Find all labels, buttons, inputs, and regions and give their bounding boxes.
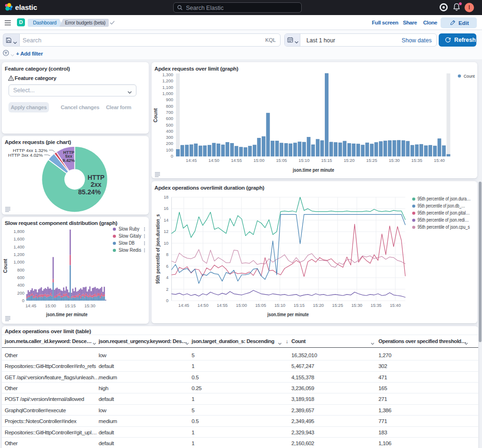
svg-text:95th percentile of json.durati: 95th percentile of json.duration_s	[155, 214, 161, 284]
svg-text:300: 300	[166, 135, 173, 140]
svg-text:1,000: 1,000	[14, 260, 24, 264]
svg-text:12: 12	[164, 229, 169, 234]
svg-text:100: 100	[166, 148, 173, 152]
svg-text:15:10: 15:10	[274, 303, 285, 308]
svg-text:6: 6	[166, 264, 169, 269]
svg-text:15:00: 15:00	[254, 158, 265, 163]
svg-text:15:30: 15:30	[389, 158, 400, 163]
svg-text:95th percentile of json.redi…: 95th percentile of json.redi…	[418, 217, 469, 223]
svg-text:Count: Count	[464, 73, 475, 79]
svg-text:18: 18	[164, 195, 169, 200]
svg-text:15:40: 15:40	[390, 303, 401, 308]
svg-text:15:15: 15:15	[321, 158, 332, 163]
svg-text:1,100: 1,100	[162, 85, 173, 90]
svg-text:15:30: 15:30	[84, 304, 95, 308]
svg-text:0: 0	[22, 298, 24, 303]
svg-text:900: 900	[166, 97, 173, 102]
svg-text:700: 700	[166, 110, 173, 115]
svg-text:0: 0	[166, 298, 169, 303]
svg-text:1,600: 1,600	[14, 237, 24, 241]
svg-text:200: 200	[17, 291, 24, 296]
svg-text:400: 400	[166, 129, 173, 134]
svg-text:Slow Redis: Slow Redis	[119, 248, 141, 253]
svg-text:15:25: 15:25	[366, 158, 377, 163]
svg-text:400: 400	[17, 283, 24, 288]
svg-text:15:15: 15:15	[65, 304, 76, 308]
svg-text:15:15: 15:15	[294, 303, 305, 308]
svg-text:0: 0	[171, 154, 173, 159]
svg-text:15:10: 15:10	[298, 158, 309, 163]
svg-text:1,800: 1,800	[14, 229, 24, 234]
svg-text:600: 600	[17, 275, 24, 280]
svg-text:15:35: 15:35	[370, 303, 381, 308]
svg-text:15:40: 15:40	[434, 158, 445, 163]
svg-text:85.24%: 85.24%	[78, 188, 101, 196]
svg-text:800: 800	[17, 268, 24, 272]
svg-text:9.42%: 9.42%	[63, 158, 75, 163]
svg-text:8: 8	[166, 252, 169, 257]
svg-text:Count: Count	[3, 258, 8, 273]
svg-text:15:05: 15:05	[276, 158, 287, 163]
svg-text:15:00: 15:00	[45, 304, 56, 308]
svg-text:14:45: 14:45	[186, 158, 197, 163]
svg-text:Slow DB: Slow DB	[119, 240, 135, 246]
svg-text:json.time per minute: json.time per minute	[46, 312, 88, 317]
svg-text:15:35: 15:35	[411, 158, 422, 163]
svg-text:1,300: 1,300	[162, 72, 173, 77]
svg-text:Slow Gitaly: Slow Gitaly	[119, 233, 141, 239]
svg-text:HTTP 3xx 4.02%: HTTP 3xx 4.02%	[8, 152, 43, 158]
svg-text:1,400: 1,400	[14, 245, 24, 249]
svg-text:15:05: 15:05	[255, 303, 266, 308]
svg-text:14: 14	[164, 218, 169, 223]
svg-text:500: 500	[166, 123, 173, 128]
svg-text:14:55: 14:55	[231, 158, 242, 163]
svg-text:15:00: 15:00	[236, 303, 247, 308]
svg-text:Slow Ruby: Slow Ruby	[119, 226, 139, 232]
svg-text:15:30: 15:30	[351, 303, 362, 308]
svg-text:14:50: 14:50	[198, 303, 209, 308]
svg-text:15:20: 15:20	[344, 158, 354, 163]
svg-text:95th percentile of json.db_…: 95th percentile of json.db_…	[418, 203, 465, 208]
svg-text:15:25: 15:25	[332, 303, 343, 308]
svg-text:95th percentile of json.gital…: 95th percentile of json.gital…	[418, 210, 470, 216]
svg-text:10: 10	[164, 241, 169, 246]
svg-text:json.time per minute: json.time per minute	[292, 168, 334, 173]
svg-text:800: 800	[166, 104, 173, 109]
svg-text:json.time per minute: json.time per minute	[267, 312, 309, 317]
svg-text:2xx: 2xx	[90, 181, 101, 188]
svg-text:15:20: 15:20	[313, 303, 324, 308]
svg-text:1,200: 1,200	[162, 79, 173, 83]
svg-text:2: 2	[166, 287, 169, 292]
svg-text:HTTP: HTTP	[88, 174, 104, 181]
svg-text:1,200: 1,200	[14, 252, 24, 257]
svg-text:95th percentile of json.cpu_s: 95th percentile of json.cpu_s	[418, 224, 470, 230]
svg-text:200: 200	[166, 141, 173, 146]
svg-text:14:45: 14:45	[178, 303, 189, 308]
svg-text:14:50: 14:50	[209, 158, 219, 163]
svg-text:4: 4	[166, 275, 169, 280]
svg-text:14:55: 14:55	[217, 303, 227, 308]
svg-text:Count: Count	[153, 108, 158, 122]
svg-text:600: 600	[166, 116, 173, 121]
svg-text:14:45: 14:45	[25, 304, 36, 308]
svg-text:1,000: 1,000	[162, 91, 173, 96]
svg-text:95th percentile of json.dura…: 95th percentile of json.dura…	[418, 196, 471, 201]
svg-text:16: 16	[164, 206, 169, 211]
